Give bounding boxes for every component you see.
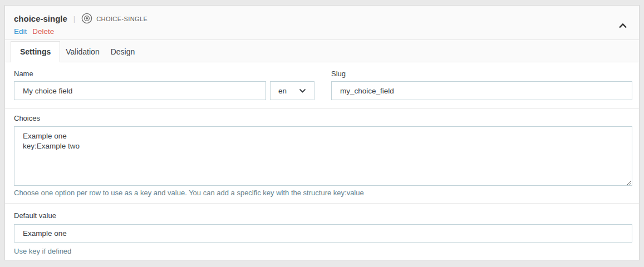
- tab-bar: Settings Validation Design: [5, 40, 639, 62]
- choices-helper-text: Choose one option per row to use as a ke…: [14, 188, 632, 197]
- default-value-section: Default value Use key if defined: [5, 203, 639, 256]
- panel-header: choice-single | CHOICE-SINGLE Edit Delet…: [5, 6, 639, 40]
- default-value-helper-text: Use key if defined: [14, 246, 632, 256]
- collapse-panel-button[interactable]: [617, 21, 629, 31]
- field-name-title: choice-single: [14, 14, 67, 23]
- language-select[interactable]: en: [270, 81, 314, 100]
- name-field-group: Name: [14, 70, 266, 100]
- tab-validation[interactable]: Validation: [60, 42, 105, 62]
- choices-section: Choices Example one key:Example two Choo…: [5, 108, 639, 203]
- name-slug-section: Name en Slug: [5, 62, 639, 108]
- delete-link[interactable]: Delete: [32, 27, 54, 36]
- tab-design[interactable]: Design: [105, 42, 141, 62]
- default-value-input[interactable]: [14, 224, 632, 243]
- name-label: Name: [14, 70, 266, 78]
- slug-label: Slug: [331, 70, 632, 78]
- action-row: Edit Delete: [14, 27, 630, 36]
- field-type-label: CHOICE-SINGLE: [96, 15, 148, 22]
- default-value-label: Default value: [14, 211, 632, 220]
- field-settings-panel: choice-single | CHOICE-SINGLE Edit Delet…: [4, 5, 640, 260]
- choices-textarea[interactable]: Example one key:Example two: [14, 126, 632, 186]
- chevron-up-icon: [618, 23, 627, 28]
- choices-label: Choices: [14, 114, 632, 122]
- tab-settings[interactable]: Settings: [11, 41, 60, 62]
- radio-target-icon: [81, 13, 92, 24]
- slug-input[interactable]: [331, 81, 632, 100]
- chevron-down-icon: [299, 88, 306, 93]
- title-separator: |: [73, 14, 75, 23]
- title-row: choice-single | CHOICE-SINGLE: [14, 12, 630, 24]
- edit-link[interactable]: Edit: [14, 27, 27, 36]
- name-input[interactable]: [14, 81, 266, 100]
- slug-field-group: Slug: [331, 70, 632, 100]
- language-value: en: [278, 87, 287, 95]
